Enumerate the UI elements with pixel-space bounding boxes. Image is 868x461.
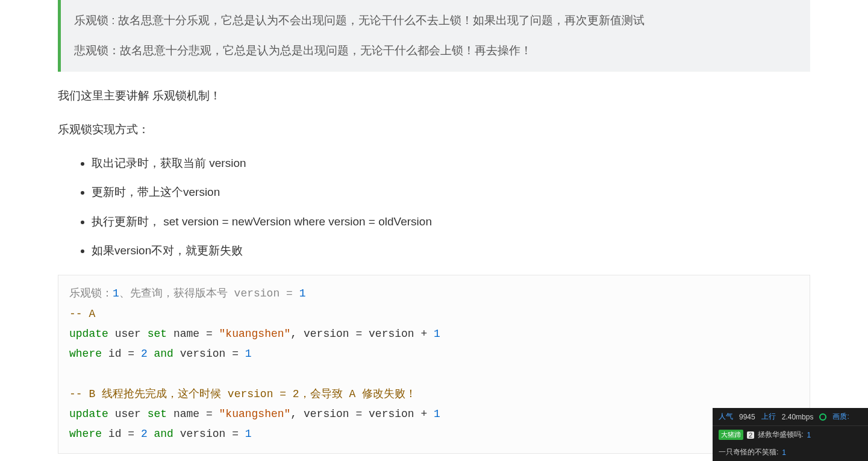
code-number: 1: [434, 408, 440, 420]
blockquote-locks: 乐观锁 : 故名思意十分乐观，它总是认为不会出现问题，无论干什么不去上锁！如果出…: [58, 0, 810, 72]
uplink-value: 2.40mbps: [782, 413, 814, 421]
list-item: 更新时，带上这个version: [92, 183, 810, 202]
code-text: 乐观锁：: [69, 287, 113, 299]
status-dot-icon: [819, 413, 826, 421]
code-op: =: [232, 428, 239, 440]
code-op: =: [128, 428, 134, 440]
blockquote-line: 悲观锁：故名思意十分悲观，它总是认为总是出现问题，无论干什么都会上锁！再去操作！: [74, 41, 797, 60]
code-string: "kuangshen": [219, 408, 291, 420]
chat-line[interactable]: 一只奇怪的不笑猫: 1: [713, 444, 868, 461]
code-op: =: [128, 348, 134, 360]
bullet-list: 取出记录时，获取当前 version 更新时，带上这个version 执行更新时…: [58, 154, 810, 260]
code-op: =: [232, 348, 239, 360]
code-ident: id: [108, 428, 122, 440]
code-ident: version: [369, 328, 414, 340]
code-op: ,: [290, 328, 297, 340]
code-ident: version: [180, 348, 226, 360]
uplink-label: 上行: [761, 412, 776, 422]
code-op: =: [355, 408, 362, 420]
code-number: 1: [245, 428, 252, 440]
code-string: "kuangshen": [219, 328, 291, 340]
list-item: 取出记录时，获取当前 version: [92, 154, 810, 173]
code-op: +: [420, 408, 427, 420]
code-keyword: set: [148, 408, 167, 420]
chat-message: 1: [782, 448, 786, 457]
quality-label: 画质:: [832, 412, 849, 422]
code-number: 2: [141, 348, 148, 360]
article-content: 乐观锁 : 故名思意十分乐观，它总是认为不会出现问题，无论干什么不去上锁！如果出…: [0, 0, 868, 454]
code-keyword: set: [148, 328, 167, 340]
code-keyword: where: [69, 348, 102, 360]
code-ident: version: [369, 408, 414, 420]
code-ident: version: [180, 428, 226, 440]
code-op: =: [206, 408, 213, 420]
chat-username: 拯救华盛顿吗:: [758, 430, 803, 440]
code-op: =: [355, 328, 362, 340]
paragraph: 乐观锁实现方式：: [58, 120, 810, 139]
list-item: 执行更新时， set version = newVersion where ve…: [92, 212, 810, 231]
blockquote-line: 乐观锁 : 故名思意十分乐观，它总是认为不会出现问题，无论干什么不去上锁！如果出…: [74, 11, 797, 30]
chat-username: 一只奇怪的不笑猫:: [719, 447, 778, 457]
code-ident: user: [115, 328, 141, 340]
code-number: 1: [245, 348, 252, 360]
stream-overlay: 人气 9945 上行 2.40mbps 画质: 大猪蹄 2 拯救华盛顿吗: 1 …: [713, 408, 868, 461]
chat-user-tag: 大猪蹄: [719, 430, 743, 440]
popularity-label: 人气: [719, 412, 733, 422]
code-ident: name: [173, 328, 199, 340]
paragraph: 我们这里主要讲解 乐观锁机制！: [58, 86, 810, 105]
code-number: 1: [113, 287, 119, 299]
code-comment: -- B 线程抢先完成，这个时候 version = 2，会导致 A 修改失败！: [69, 388, 416, 400]
code-keyword: and: [154, 348, 173, 360]
popularity-value: 9945: [739, 413, 755, 421]
chat-line[interactable]: 大猪蹄 2 拯救华盛顿吗: 1: [713, 426, 868, 444]
code-ident: version: [304, 328, 349, 340]
code-ident: version: [304, 408, 349, 420]
chat-badge: 2: [747, 431, 754, 439]
code-keyword: and: [154, 428, 173, 440]
code-comment: -- A: [69, 308, 95, 320]
code-text: 、先查询，获得版本号 version =: [119, 287, 299, 299]
code-keyword: where: [69, 428, 102, 440]
code-op: ,: [290, 408, 297, 420]
code-number: 1: [434, 328, 440, 340]
code-op: =: [206, 328, 213, 340]
code-number: 1: [299, 287, 306, 299]
code-number: 2: [141, 428, 148, 440]
code-ident: user: [115, 408, 141, 420]
list-item: 如果version不对，就更新失败: [92, 241, 810, 260]
code-keyword: update: [69, 408, 108, 420]
code-ident: id: [108, 348, 122, 360]
code-keyword: update: [69, 328, 108, 340]
stream-stats-bar: 人气 9945 上行 2.40mbps 画质:: [713, 408, 868, 426]
chat-message: 1: [807, 431, 811, 439]
code-ident: name: [173, 408, 199, 420]
code-block-sql: 乐观锁：1、先查询，获得版本号 version = 1 -- A update …: [58, 275, 810, 453]
code-op: +: [420, 328, 427, 340]
